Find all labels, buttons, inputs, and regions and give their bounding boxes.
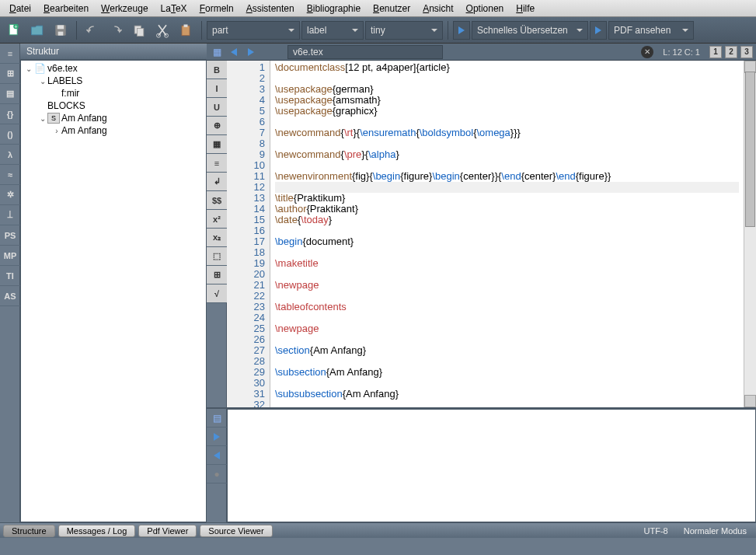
left-tool-7[interactable]: ✲ [0,185,20,205]
tree-section[interactable]: ⌄ S Am Anfang [37,112,204,124]
line-number-gutter: 1234567891011121314151617181920212223242… [227,61,270,407]
editor-tool-2[interactable]: U [207,98,227,117]
view-pdf-button[interactable] [590,21,607,40]
menu-hilfe[interactable]: Hilfe [510,2,541,16]
new-file-button[interactable]: + [3,19,25,41]
bookmark-2[interactable]: 2 [725,46,737,58]
tree-label-item[interactable]: f:mir [51,87,204,99]
paste-button[interactable] [175,19,197,41]
tree-blocks[interactable]: BLOCKS [37,99,204,112]
cut-button[interactable] [152,19,173,41]
tree-toggle-icon[interactable]: › [52,127,61,135]
prev-file-button[interactable] [227,45,241,59]
label-combo[interactable]: label [301,21,364,40]
tree-labels-label: LABELS [47,75,82,86]
tree-toggle-icon[interactable]: ⌄ [38,77,47,86]
bottom-panel: ▤ ● [207,407,756,522]
left-tool-9[interactable]: PS [0,225,20,246]
svg-rect-5 [58,31,64,35]
menu-datei[interactable]: Datei [3,2,37,16]
tree-labels[interactable]: ⌄ LABELS [37,75,204,87]
structure-header: Struktur [20,44,207,60]
editor-tool-7[interactable]: $$ [207,191,227,210]
tab-messages[interactable]: Messages / Log [58,525,136,537]
log-toggle-icon[interactable]: ▤ [207,409,227,428]
close-file-button[interactable]: ✕ [641,46,653,58]
tree-subsection-label: Am Anfang [61,125,107,136]
editor-tool-8[interactable]: x² [207,210,227,229]
menu-formeln[interactable]: Formeln [193,2,240,16]
tree-toggle-icon[interactable]: ⌄ [38,114,47,123]
tree-root[interactable]: ⌄ 📄 v6e.tex [23,62,204,75]
sectioning-combo[interactable]: part [207,21,300,40]
menu-bearbeiten[interactable]: Bearbeiten [37,2,95,16]
file-selector-combo[interactable]: v6e.tex [287,45,443,59]
tab-structure[interactable]: Structure [3,525,55,537]
svg-rect-10 [182,26,190,35]
menu-assistenten[interactable]: Assistenten [240,2,301,16]
tree-blocks-label: BLOCKS [47,100,85,111]
structure-tree[interactable]: ⌄ 📄 v6e.tex ⌄ LABELS f:mir BLOCKS [20,60,207,522]
editor-tool-6[interactable]: ↲ [207,173,227,191]
tree-subsection[interactable]: › Am Anfang [51,124,204,137]
left-tool-6[interactable]: ≈ [0,165,20,185]
toggle-panel-button[interactable]: ▦ [210,45,224,59]
scrollbar-thumb[interactable] [745,72,755,227]
left-tool-8[interactable]: ⟘ [0,205,20,225]
down-icon[interactable] [207,428,227,446]
editor-tool-12[interactable]: √ [207,284,227,303]
editor-tool-5[interactable]: ≡ [207,154,227,173]
copy-button[interactable] [128,19,150,41]
tab-pdfviewer[interactable]: Pdf Viewer [138,525,197,537]
left-tool-5[interactable]: λ [0,145,20,165]
next-file-button[interactable] [244,45,258,59]
left-tool-1[interactable]: ⊞ [0,64,20,84]
left-tool-iconbar: ≡⊞▤{}()λ≈✲⟘PSMPTIAS [0,44,20,522]
code-editor[interactable]: 1234567891011121314151617181920212223242… [227,61,756,407]
menu-werkzeuge[interactable]: Werkzeuge [95,2,154,16]
bookmark-3[interactable]: 3 [740,46,753,58]
menu-ansicht[interactable]: Ansicht [416,2,459,16]
mode-label: Normaler Modus [678,526,753,536]
left-tool-0[interactable]: ≡ [0,44,20,64]
menu-bibliographie[interactable]: Bibliographie [301,2,367,16]
save-file-button[interactable] [50,19,71,41]
undo-button[interactable] [82,19,103,41]
menu-benutzer[interactable]: Benutzer [367,2,416,16]
editor-tabbar: ▦ v6e.tex ✕ L: 12 C: 1 1 2 3 [207,44,756,61]
quick-compile-combo[interactable]: Schnelles Übersetzen [472,21,588,40]
view-pdf-combo[interactable]: PDF ansehen [608,21,694,40]
left-tool-4[interactable]: () [0,124,20,145]
editor-tool-3[interactable]: ⊕ [207,117,227,135]
left-tool-11[interactable]: TI [0,266,20,286]
redo-button[interactable] [105,19,127,41]
editor-tool-11[interactable]: ⊞ [207,266,227,284]
left-tool-3[interactable]: {} [0,104,20,124]
bottom-iconbar: ▤ ● [207,409,227,522]
open-file-button[interactable] [26,19,48,41]
left-tool-2[interactable]: ▤ [0,84,20,104]
left-tool-10[interactable]: MP [0,246,20,266]
left-tool-12[interactable]: AS [0,286,20,306]
code-content[interactable]: \documentclass[12 pt, a4paper]{article}\… [270,61,744,407]
tree-toggle-icon[interactable]: ⌄ [24,65,33,73]
menu-latex[interactable]: LaTeX [155,2,193,16]
quick-compile-button[interactable] [453,21,470,40]
editor-tool-10[interactable]: ⬚ [207,247,227,266]
editor-tool-9[interactable]: x₂ [207,229,227,247]
main-toolbar: + part label tiny Schnelles Übersetzen P… [0,17,756,44]
message-log-area[interactable] [227,409,756,522]
svg-rect-7 [138,28,144,36]
vertical-scrollbar[interactable] [744,61,756,407]
menu-optionen[interactable]: Optionen [460,2,510,16]
editor-format-iconbar: BIU⊕▦≡↲$$x²x₂⬚⊞√ [207,61,227,407]
structure-sidebar: Struktur ⌄ 📄 v6e.tex ⌄ LABELS f:mir [20,44,207,522]
up-icon[interactable] [207,446,227,465]
editor-tool-0[interactable]: B [207,61,227,79]
editor-tool-1[interactable]: I [207,79,227,98]
tab-sourceviewer[interactable]: Source Viewer [200,525,272,537]
size-combo[interactable]: tiny [365,21,443,40]
editor-tool-4[interactable]: ▦ [207,135,227,154]
bookmark-1[interactable]: 1 [709,46,722,58]
stop-icon[interactable]: ● [207,465,227,483]
